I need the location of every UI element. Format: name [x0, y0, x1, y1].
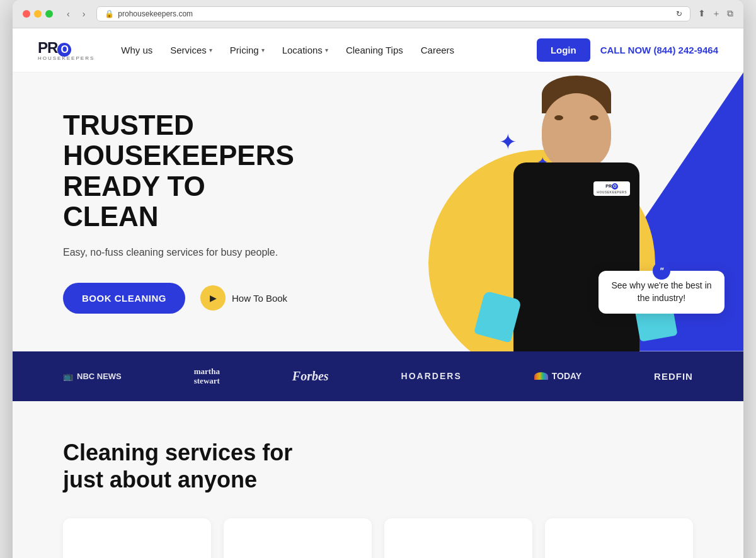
nav-careers[interactable]: Careers: [413, 40, 462, 60]
services-chevron-icon: ▾: [209, 47, 212, 54]
locations-chevron-icon: ▾: [325, 47, 328, 54]
minimize-dot[interactable]: [34, 10, 42, 18]
lock-icon: 🔒: [105, 9, 114, 18]
hoarders-logo: HOARDERS: [401, 371, 462, 381]
brands-bar: 📺 NBC NEWS marthastewart Forbes HOARDERS…: [13, 351, 743, 401]
forbes-logo: Forbes: [292, 369, 329, 384]
quote-bubble: " See why we're the best in the industry…: [598, 271, 724, 313]
redfin-logo: REDFIN: [654, 371, 693, 382]
tabs-icon[interactable]: ⧉: [727, 8, 733, 20]
martha-stewart-text: marthastewart: [194, 367, 220, 386]
new-tab-icon[interactable]: ＋: [712, 8, 721, 20]
nav-why-us-label: Why us: [121, 45, 152, 55]
share-icon[interactable]: ⬆: [698, 8, 706, 20]
quote-icon: ": [653, 262, 670, 280]
nav-careers-label: Careers: [421, 45, 454, 55]
forward-button[interactable]: ›: [79, 8, 89, 20]
how-to-book-button[interactable]: ▶ How To Book: [200, 285, 287, 310]
hero-title: TRUSTED HOUSEKEEPERS READY TO CLEAN: [63, 110, 302, 232]
service-cards: [63, 518, 693, 558]
navbar: PRO HOUSEKEEPERS Why us Services ▾ Prici…: [13, 28, 743, 72]
call-now-label: CALL NOW (844) 242-9464: [600, 45, 718, 55]
back-button[interactable]: ‹: [63, 8, 74, 20]
martha-stewart-logo: marthastewart: [194, 367, 220, 386]
nbc-news-text: NBC NEWS: [77, 372, 122, 381]
nav-services-label: Services: [170, 45, 207, 55]
nav-pricing[interactable]: Pricing ▾: [222, 40, 272, 60]
url-text: prohousekeepers.com: [118, 9, 193, 18]
lower-title: Cleaning services for just about anyone: [63, 439, 693, 493]
nav-cleaning-tips-label: Cleaning Tips: [346, 45, 403, 55]
nav-pricing-label: Pricing: [230, 45, 259, 55]
lower-section: Cleaning services for just about anyone: [13, 401, 743, 558]
login-button[interactable]: Login: [537, 38, 590, 62]
lower-title-line2: just about anyone: [63, 467, 257, 493]
nav-links: Why us Services ▾ Pricing ▾ Locations ▾ …: [113, 40, 537, 60]
nav-locations-label: Locations: [282, 45, 323, 55]
today-logo: TODAY: [534, 371, 581, 381]
service-card-3[interactable]: [384, 518, 532, 558]
nav-locations[interactable]: Locations ▾: [275, 40, 336, 60]
logo-subtext: HOUSEKEEPERS: [38, 55, 94, 61]
today-rainbow-icon: [534, 372, 548, 380]
address-bar[interactable]: 🔒 prohousekeepers.com ↻: [96, 6, 690, 21]
nav-why-us[interactable]: Why us: [113, 40, 160, 60]
nbc-news-logo: 📺 NBC NEWS: [63, 372, 122, 381]
logo[interactable]: PRO HOUSEKEEPERS: [38, 39, 94, 61]
maximize-dot[interactable]: [45, 10, 53, 18]
logo-text: PRO: [38, 39, 94, 57]
nav-actions: Login CALL NOW (844) 242-9464: [537, 38, 718, 62]
service-card-2[interactable]: [224, 518, 372, 558]
redfin-text: REDFIN: [654, 371, 693, 382]
reload-icon[interactable]: ↻: [676, 9, 682, 18]
browser-window: ‹ › 🔒 prohousekeepers.com ↻ ⬆ ＋ ⧉ PRO HO…: [13, 0, 743, 558]
browser-titlebar: ‹ › 🔒 prohousekeepers.com ↻ ⬆ ＋ ⧉: [13, 0, 743, 28]
lower-title-line1: Cleaning services for: [63, 440, 292, 465]
nav-services[interactable]: Services ▾: [163, 40, 220, 60]
nbc-peacock-icon: 📺: [63, 372, 73, 381]
play-icon: ▶: [200, 285, 226, 310]
book-cleaning-button[interactable]: BOOK CLEANING: [63, 283, 185, 314]
how-to-book-label: How To Book: [232, 293, 287, 304]
nav-cleaning-tips[interactable]: Cleaning Tips: [338, 40, 411, 60]
hoarders-text: HOARDERS: [401, 371, 462, 381]
person-body: PRO HOUSEKEEPERS: [513, 162, 639, 351]
forbes-text: Forbes: [292, 369, 329, 383]
today-text: TODAY: [552, 371, 581, 381]
hero-title-line2: READY TO CLEAN: [63, 171, 205, 232]
service-card-1[interactable]: [63, 518, 211, 558]
quote-text: See why we're the best in the industry!: [610, 280, 713, 304]
logo-o: O: [57, 43, 71, 57]
pricing-chevron-icon: ▾: [261, 47, 265, 54]
hero-actions: BOOK CLEANING ▶ How To Book: [63, 283, 302, 314]
service-card-4[interactable]: [545, 518, 693, 558]
hero-subtitle: Easy, no-fuss cleaning services for busy…: [63, 245, 302, 260]
pro-logo-badge: PRO HOUSEKEEPERS: [593, 181, 630, 196]
hero-content: TRUSTED HOUSEKEEPERS READY TO CLEAN Easy…: [13, 72, 328, 351]
website-content: PRO HOUSEKEEPERS Why us Services ▾ Prici…: [13, 28, 743, 558]
hero-title-line1: TRUSTED HOUSEKEEPERS: [63, 110, 294, 171]
browser-actions: ⬆ ＋ ⧉: [698, 8, 733, 20]
browser-nav: ‹ ›: [63, 8, 89, 20]
browser-dots: [23, 10, 53, 18]
close-dot[interactable]: [23, 10, 30, 18]
hero-section: ✦ ✦ PRO HOUSEKEEPERS: [13, 72, 743, 351]
